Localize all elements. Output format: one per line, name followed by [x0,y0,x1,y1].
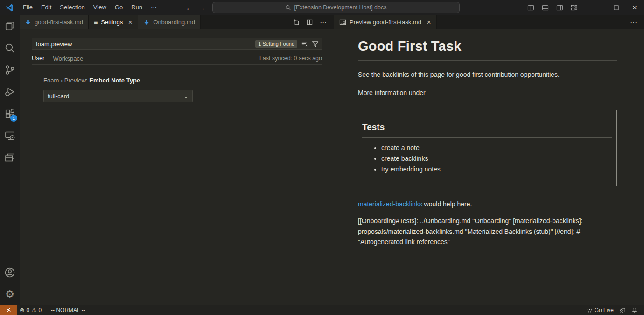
maximize-button[interactable] [607,0,625,15]
menu-overflow-icon[interactable]: ⋯ [147,4,161,11]
markdown-preview-icon [339,19,346,26]
tab-label: Onboarding.md [153,19,195,26]
close-tab-icon[interactable]: ✕ [128,19,133,26]
markdown-preview: Good First Task See the backlinks of thi… [334,29,644,305]
activity-settings[interactable]: ⚙ [0,283,20,305]
activity-extensions[interactable]: 1 [0,103,20,124]
search-icon [285,5,291,11]
go-live-button[interactable]: Go Live [584,305,616,315]
tab-label: Settings [101,19,123,26]
back-icon[interactable]: ← [186,4,193,12]
embed-note-type-dropdown[interactable]: full-card ⌄ [43,90,193,102]
maximize-icon [614,5,619,10]
status-bar-right: Go Live [584,305,644,315]
activity-explorer[interactable] [0,15,20,37]
warning-icon: ⚠ [31,307,36,314]
notifications-button[interactable] [629,305,640,315]
run-debug-icon [4,86,15,97]
scope-tab-workspace[interactable]: Workspace [53,55,83,64]
tab-onboarding[interactable]: Onboarding.md [138,15,201,29]
activity-run-debug[interactable] [0,81,20,103]
settings-search-box: 1 Setting Found [32,38,322,50]
menu-file[interactable]: File [19,0,37,15]
settings-divider [32,64,322,65]
tab-label: Preview good-first-task.md [350,19,421,26]
dropdown-value: full-card [48,93,69,100]
titlebar-right: — ✕ [527,0,644,15]
problems-indicator[interactable]: ⊗ 0 ⚠ 0 [17,305,44,315]
setting-row-embed-note-type: Foam › Preview: Embed Note Type full-car… [43,77,334,102]
split-editor-icon[interactable] [306,19,313,26]
tab-settings[interactable]: ≡ Settings ✕ [89,15,138,29]
menu-selection[interactable]: Selection [56,0,89,15]
remote-icon [5,307,12,314]
activity-remote-explorer[interactable] [0,124,20,146]
menu-run[interactable]: Run [127,0,147,15]
feedback-button[interactable] [616,305,629,315]
filter-settings-icon[interactable] [312,41,319,48]
vscode-logo-icon [6,4,14,12]
warning-count: 0 [38,307,42,314]
status-bar: ⊗ 0 ⚠ 0 -- NORMAL -- Go Live [0,305,644,315]
scope-tab-user[interactable]: User [32,55,44,64]
stacked-windows-icon [4,152,15,163]
markdown-file-icon [143,19,150,26]
editor-actions-right: ⋯ [623,15,644,29]
settings-scope-tabs: User Workspace Last synced: 0 secs ago [32,55,322,64]
list-item: create a note [381,144,612,151]
chevron-down-icon: ⌄ [183,93,189,100]
editor-group-right: Preview good-first-task.md ✕ ⋯ Good Firs… [334,15,644,305]
more-actions-icon[interactable]: ⋯ [630,18,637,27]
toggle-panel-icon[interactable] [542,4,549,11]
gear-icon: ⚙ [5,289,14,300]
menu-go[interactable]: Go [111,0,127,15]
link-suffix-text: would help here. [422,200,472,208]
activity-accounts[interactable] [0,261,20,283]
activity-windows[interactable] [0,146,20,168]
activity-source-control[interactable] [0,59,20,81]
remote-indicator[interactable] [0,305,17,315]
list-item: try embedding notes [381,166,612,173]
embedded-note-title: Tests [362,122,612,132]
more-actions-icon[interactable]: ⋯ [320,18,327,27]
close-window-button[interactable]: ✕ [625,0,644,15]
preview-paragraph: More information under [358,88,617,98]
broadcast-icon [587,307,593,313]
toggle-primary-sidebar-icon[interactable] [527,4,534,11]
minimize-button[interactable]: — [588,0,607,15]
error-icon: ⊗ [20,307,24,314]
link-references-paragraph: [[Onboarding#Tests]: ../Onboarding.md "O… [358,216,617,247]
tab-bar-right: Preview good-first-task.md ✕ ⋯ [334,15,644,29]
markdown-file-icon [25,19,31,26]
setting-category: Foam › Preview: [43,77,89,84]
materialized-backlinks-link[interactable]: materialized-backlinks [358,200,422,208]
error-count: 0 [26,307,29,314]
menu-view[interactable]: View [89,0,111,15]
source-control-icon [4,64,15,75]
layout-controls [527,4,578,11]
tab-good-first-task[interactable]: good-first-task.md [20,15,89,29]
go-live-label: Go Live [595,307,614,314]
forward-icon[interactable]: → [198,4,205,12]
tab-bar-left: good-first-task.md ≡ Settings ✕ Onboardi… [20,15,334,29]
activity-search[interactable] [0,37,20,59]
customize-layout-icon[interactable] [571,4,578,11]
extensions-badge: 1 [10,115,17,122]
menu-edit[interactable]: Edit [37,0,56,15]
clear-settings-search-icon[interactable] [301,41,308,48]
settings-editor-icon: ≡ [94,19,98,26]
feedback-icon [619,307,626,314]
preview-link-paragraph: materialized-backlinks would help here. [358,200,617,208]
settings-search-input[interactable] [32,41,255,48]
vim-mode-indicator[interactable]: -- NORMAL -- [48,305,88,315]
close-tab-icon[interactable]: ✕ [427,19,431,26]
search-icon [4,42,15,54]
command-center-search[interactable]: [Extension Development Host] docs [212,2,460,13]
tab-preview-good-first-task[interactable]: Preview good-first-task.md ✕ [334,15,437,29]
preview-paragraph: See the backlinks of this page for good … [358,70,617,80]
editor-group-left: good-first-task.md ≡ Settings ✕ Onboardi… [20,15,334,305]
open-settings-json-icon[interactable] [293,19,300,26]
preview-heading: Good First Task [358,39,617,54]
files-icon [4,21,15,32]
toggle-secondary-sidebar-icon[interactable] [556,4,563,11]
